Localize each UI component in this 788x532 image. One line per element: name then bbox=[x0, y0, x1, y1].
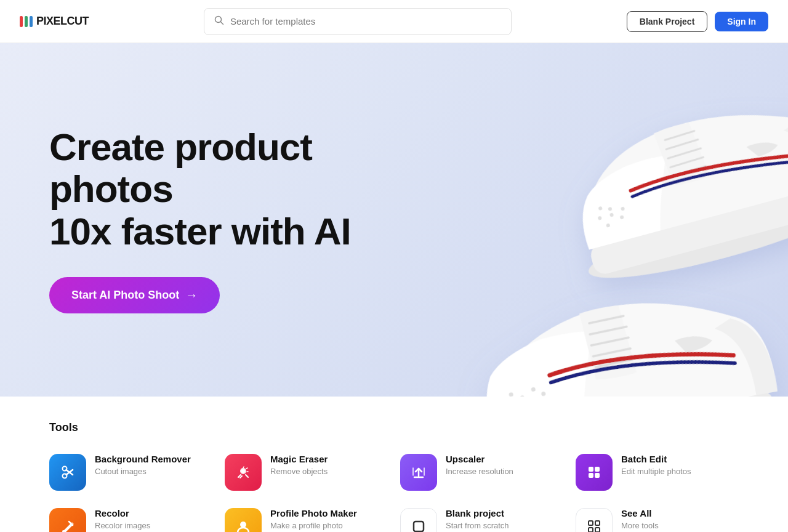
tool-desc-profile-photo-maker: Make a profile photo bbox=[270, 521, 357, 530]
tools-heading: Tools bbox=[49, 421, 739, 434]
tool-icon-recolor bbox=[49, 508, 86, 532]
navbar: PIXELCUT Blank Project Sign In bbox=[0, 0, 788, 43]
search-icon bbox=[214, 15, 224, 28]
tool-card-batch-edit[interactable]: Batch EditEdit multiple photos bbox=[576, 451, 739, 493]
tool-desc-see-all: More tools bbox=[621, 521, 659, 530]
tool-card-upscaler[interactable]: UpscalerIncrease resolution bbox=[400, 451, 563, 493]
tool-card-background-remover[interactable]: Background RemoverCutout images bbox=[49, 451, 212, 493]
tool-name-upscaler: Upscaler bbox=[446, 454, 513, 464]
tool-card-recolor[interactable]: RecolorRecolor images bbox=[49, 506, 212, 532]
logo[interactable]: PIXELCUT bbox=[20, 15, 89, 28]
sneaker-bottom bbox=[467, 280, 788, 397]
cta-button[interactable]: Start AI Photo Shoot → bbox=[49, 277, 220, 313]
svg-line-1 bbox=[220, 22, 223, 24]
tool-name-recolor: Recolor bbox=[95, 508, 150, 518]
tool-desc-recolor: Recolor images bbox=[95, 521, 150, 530]
tool-icon-see-all bbox=[576, 508, 613, 532]
tools-grid: Background RemoverCutout imagesMagic Era… bbox=[49, 451, 739, 532]
tools-section: Tools Background RemoverCutout imagesMag… bbox=[0, 397, 788, 532]
svg-rect-42 bbox=[595, 473, 600, 478]
tool-name-batch-edit: Batch Edit bbox=[621, 454, 691, 464]
tool-desc-magic-eraser: Remove objects bbox=[270, 467, 328, 476]
hero-content: Create product photos 10x faster with AI… bbox=[0, 126, 431, 313]
logo-bar-red bbox=[20, 16, 23, 27]
tool-desc-upscaler: Increase resolution bbox=[446, 467, 513, 476]
tool-icon-magic-eraser bbox=[225, 454, 262, 491]
logo-bars bbox=[20, 16, 33, 27]
tool-icon-background-remover bbox=[49, 454, 86, 491]
tool-card-profile-photo-maker[interactable]: Profile Photo MakerMake a profile photo bbox=[225, 506, 388, 532]
brand-name: PIXELCUT bbox=[36, 15, 89, 28]
tool-info-background-remover: Background RemoverCutout images bbox=[95, 454, 191, 476]
tool-desc-background-remover: Cutout images bbox=[95, 467, 191, 476]
tool-card-magic-eraser[interactable]: Magic EraserRemove objects bbox=[225, 451, 388, 493]
tool-name-see-all: See All bbox=[621, 508, 659, 518]
search-input[interactable] bbox=[230, 16, 501, 26]
tool-name-background-remover: Background Remover bbox=[95, 454, 191, 464]
tool-desc-blank-project: Start from scratch bbox=[446, 521, 509, 530]
svg-rect-39 bbox=[589, 467, 593, 472]
tool-icon-profile-photo-maker bbox=[225, 508, 262, 532]
tool-name-magic-eraser: Magic Eraser bbox=[270, 454, 328, 464]
svg-rect-40 bbox=[595, 467, 600, 472]
svg-point-44 bbox=[240, 522, 246, 528]
sneaker-top bbox=[558, 87, 788, 292]
cta-arrow: → bbox=[185, 288, 198, 302]
logo-bar-blue bbox=[30, 16, 33, 27]
tool-icon-blank-project bbox=[400, 508, 437, 532]
svg-rect-46 bbox=[589, 521, 593, 525]
cta-label: Start AI Photo Shoot bbox=[71, 289, 179, 302]
nav-actions: Blank Project Sign In bbox=[627, 11, 768, 32]
tool-icon-upscaler bbox=[400, 454, 437, 491]
hero-title: Create product photos 10x faster with AI bbox=[49, 126, 382, 252]
tool-info-upscaler: UpscalerIncrease resolution bbox=[446, 454, 513, 476]
tool-info-batch-edit: Batch EditEdit multiple photos bbox=[621, 454, 691, 476]
tool-info-profile-photo-maker: Profile Photo MakerMake a profile photo bbox=[270, 508, 357, 530]
search-bar bbox=[204, 8, 512, 35]
svg-rect-47 bbox=[595, 521, 600, 525]
svg-rect-45 bbox=[414, 522, 424, 531]
tool-icon-batch-edit bbox=[576, 454, 613, 491]
sign-in-button[interactable]: Sign In bbox=[715, 12, 768, 31]
tool-name-blank-project: Blank project bbox=[446, 508, 509, 518]
tool-name-profile-photo-maker: Profile Photo Maker bbox=[270, 508, 357, 518]
logo-bar-green bbox=[25, 16, 28, 27]
svg-point-38 bbox=[241, 469, 245, 473]
tool-card-see-all[interactable]: See AllMore tools bbox=[576, 506, 739, 532]
tool-info-blank-project: Blank projectStart from scratch bbox=[446, 508, 509, 530]
tool-info-recolor: RecolorRecolor images bbox=[95, 508, 150, 530]
hero-section: Create product photos 10x faster with AI… bbox=[0, 43, 788, 397]
tool-card-blank-project[interactable]: Blank projectStart from scratch bbox=[400, 506, 563, 532]
svg-rect-48 bbox=[589, 528, 593, 532]
tool-desc-batch-edit: Edit multiple photos bbox=[621, 467, 691, 476]
tool-info-magic-eraser: Magic EraserRemove objects bbox=[270, 454, 328, 476]
tool-info-see-all: See AllMore tools bbox=[621, 508, 659, 530]
blank-project-button[interactable]: Blank Project bbox=[627, 11, 707, 32]
svg-rect-49 bbox=[595, 528, 600, 532]
svg-rect-41 bbox=[589, 473, 593, 478]
